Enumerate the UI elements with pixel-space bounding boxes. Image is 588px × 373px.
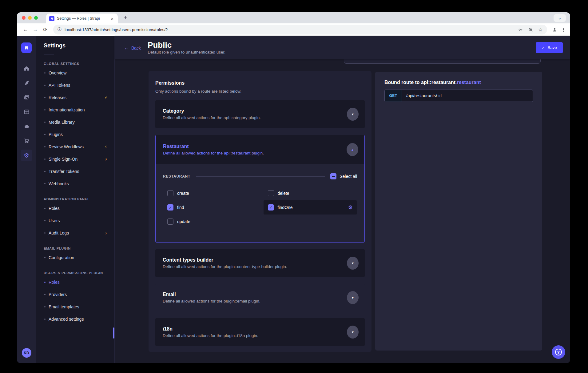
- browser-reload-icon[interactable]: ⟳: [41, 25, 50, 34]
- save-button[interactable]: ✓ Save: [536, 42, 563, 53]
- address-bar[interactable]: ⓘ localhost:1337/admin/settings/users-pe…: [53, 25, 547, 34]
- sidebar-item-plugins[interactable]: Plugins: [36, 128, 114, 141]
- active-item-indicator: [113, 327, 114, 339]
- marketplace-cart-icon[interactable]: [20, 134, 33, 148]
- sidebar-item-overview[interactable]: Overview: [36, 67, 114, 79]
- sidebar-item-admin-roles[interactable]: Roles: [36, 202, 114, 215]
- sidebar-item-admin-users[interactable]: Users: [36, 215, 114, 227]
- accordion-restaurant-header[interactable]: Restaurant Define all allowed actions fo…: [156, 135, 364, 164]
- select-all-checkbox[interactable]: [330, 173, 336, 179]
- chevron-down-icon[interactable]: ▼: [347, 108, 359, 121]
- home-icon[interactable]: [20, 61, 33, 76]
- browser-back-icon[interactable]: ←: [21, 25, 30, 34]
- select-all-control[interactable]: Select all: [330, 173, 357, 179]
- sidebar-item-up-email-templates[interactable]: Email templates: [36, 301, 114, 313]
- section-label-administration-panel: ADMINISTRATION PANEL: [44, 197, 107, 201]
- page-header: ← Back Public Default role given to unau…: [115, 36, 570, 59]
- cloud-deploy-icon[interactable]: [20, 119, 33, 134]
- browser-tab[interactable]: Settings — Roles | Strapi ×: [46, 14, 118, 23]
- findone-checkbox[interactable]: ✓: [268, 204, 274, 211]
- accordion-i18n-header[interactable]: i18n Define all allowed actions for the …: [155, 318, 365, 346]
- update-checkbox[interactable]: ✓: [167, 219, 173, 225]
- minimize-window-button[interactable]: [28, 16, 32, 20]
- browser-toolbar: ← → ⟳ ⓘ localhost:1337/admin/settings/us…: [17, 23, 570, 36]
- bookmark-star-icon[interactable]: ☆: [538, 26, 543, 33]
- flash-icon: ⚡: [105, 145, 107, 149]
- settings-gear-icon[interactable]: ⚙: [20, 148, 33, 162]
- accordion-email: Email Define all allowed actions for the…: [155, 284, 365, 311]
- sidebar-item-up-advanced-settings[interactable]: Advanced settings: [36, 313, 114, 325]
- sidebar-item-email-configuration[interactable]: Configuration: [36, 251, 114, 264]
- delete-checkbox[interactable]: ✓: [268, 190, 274, 196]
- chevron-up-icon[interactable]: ▲: [347, 143, 358, 156]
- chevron-down-icon[interactable]: ▼: [347, 326, 359, 339]
- tab-overflow-button[interactable]: ⌄: [554, 14, 566, 22]
- sidebar-item-audit-logs[interactable]: Audit Logs⚡: [36, 227, 114, 239]
- help-button[interactable]: ?: [552, 345, 565, 359]
- sidebar-item-transfer-tokens[interactable]: Transfer Tokens: [36, 165, 114, 178]
- sidebar-item-up-roles[interactable]: Roles: [36, 276, 114, 288]
- accordion-email-header[interactable]: Email Define all allowed actions for the…: [155, 284, 365, 311]
- accordion-title: Restaurant: [163, 144, 264, 149]
- action-create[interactable]: ✓ create: [163, 186, 257, 200]
- close-tab-icon[interactable]: ×: [109, 16, 115, 22]
- back-link[interactable]: ← Back: [124, 45, 141, 51]
- new-tab-button[interactable]: +: [121, 14, 129, 22]
- browser-menu-icon[interactable]: ⋮: [561, 27, 566, 33]
- accordion-category-header[interactable]: Category Define all allowed actions for …: [155, 100, 365, 128]
- advanced-settings-cog-icon[interactable]: ⚙: [348, 205, 353, 210]
- user-avatar[interactable]: KD: [22, 348, 31, 358]
- accordion-title: Category: [163, 108, 261, 114]
- content-manager-feather-icon[interactable]: [20, 76, 33, 90]
- profile-avatar-icon[interactable]: [552, 27, 557, 32]
- content-type-builder-icon[interactable]: [20, 105, 33, 119]
- sidebar-item-up-providers[interactable]: Providers: [36, 288, 114, 301]
- route-display: GET /api/restaurants/:id: [384, 90, 533, 102]
- action-find[interactable]: ✓ find: [163, 200, 257, 215]
- accordion-description: Define all allowed actions for the plugi…: [163, 299, 260, 303]
- sidebar-item-internationalization[interactable]: Internationalization: [36, 104, 114, 116]
- bound-route-panel: Bound route to api::restaurant.restauran…: [375, 72, 542, 351]
- sidebar-item-review-workflows[interactable]: Review Workflows⚡: [36, 141, 114, 153]
- url-text[interactable]: localhost:1337/admin/settings/users-perm…: [65, 27, 515, 32]
- find-checkbox[interactable]: ✓: [167, 204, 173, 211]
- page-title: Public: [148, 41, 225, 50]
- question-mark-icon: ?: [555, 349, 562, 355]
- sidebar-item-api-tokens[interactable]: API Tokens: [36, 79, 114, 91]
- route-path: /api/restaurants/:id: [402, 90, 446, 102]
- media-library-icon[interactable]: [20, 90, 33, 105]
- action-findone[interactable]: ✓ findOne ⚙: [264, 200, 357, 215]
- close-window-button[interactable]: [22, 16, 26, 20]
- flash-icon: ⚡: [105, 157, 107, 162]
- actions-grid: ✓ create ✓ delete ✓ find: [163, 186, 357, 229]
- accordion-description: Define all allowed actions for the plugi…: [163, 333, 258, 338]
- sidebar-item-releases[interactable]: Releases⚡: [36, 91, 114, 104]
- restaurant-permissions-body: RESTAURANT Select all ✓: [156, 164, 364, 242]
- browser-forward-icon[interactable]: →: [31, 25, 40, 34]
- action-update[interactable]: ✓ update: [163, 215, 257, 229]
- create-checkbox[interactable]: ✓: [167, 190, 173, 196]
- chevron-down-icon[interactable]: ▼: [347, 291, 359, 304]
- action-label: find: [177, 205, 184, 210]
- bound-route-title: Bound route to api::restaurant.restauran…: [384, 80, 533, 85]
- sidebar-item-single-sign-on[interactable]: Single Sign-On⚡: [36, 153, 114, 165]
- accordion-ctb-header[interactable]: Content types builder Define all allowed…: [155, 249, 365, 277]
- accordion-title: Content types builder: [163, 257, 287, 263]
- maximize-window-button[interactable]: [34, 16, 38, 20]
- action-delete[interactable]: ✓ delete: [264, 186, 357, 200]
- content-scroll-area[interactable]: Permissions Only actions bound by a rout…: [115, 59, 570, 363]
- chevron-down-icon[interactable]: ▼: [347, 257, 359, 270]
- site-info-icon[interactable]: ⓘ: [58, 27, 62, 32]
- back-arrow-icon: ←: [124, 45, 129, 51]
- accordion-content-types-builder: Content types builder Define all allowed…: [155, 249, 365, 277]
- sidebar-item-media-library[interactable]: Media Library: [36, 116, 114, 128]
- rail-bottom-divider: [17, 343, 36, 343]
- subject-label: RESTAURANT: [163, 174, 190, 178]
- action-label: create: [177, 191, 189, 196]
- zoom-in-icon[interactable]: [528, 27, 533, 32]
- action-label: findOne: [278, 205, 293, 210]
- description-input-partial[interactable]: [344, 59, 541, 64]
- strapi-logo-icon[interactable]: [21, 42, 32, 53]
- sidebar-item-webhooks[interactable]: Webhooks: [36, 178, 114, 190]
- password-key-icon[interactable]: [518, 27, 523, 32]
